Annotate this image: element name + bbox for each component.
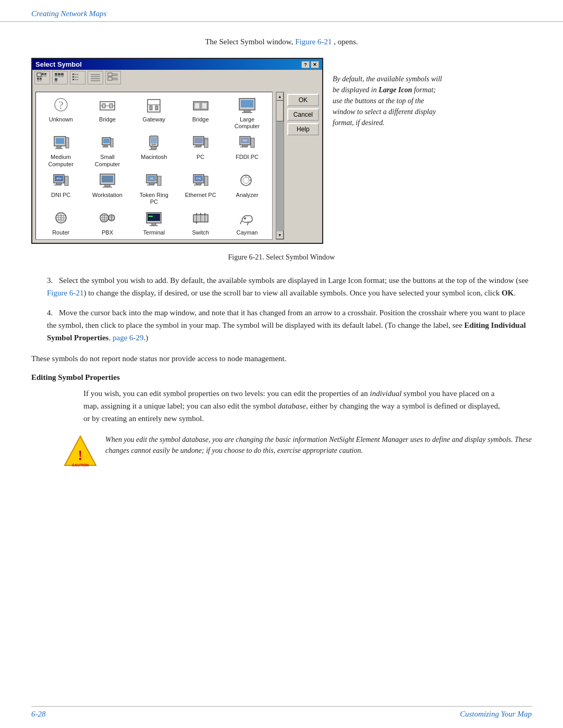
svg-rect-11 — [58, 73, 60, 76]
steps-list: 3. Select the symbol you wish to add. By… — [47, 274, 532, 344]
svg-rect-3 — [44, 73, 46, 75]
svg-rect-58 — [104, 145, 107, 146]
svg-rect-30 — [108, 77, 112, 80]
small-icon-btn[interactable]: ItemItemItem — [70, 71, 85, 84]
details-icon-btn[interactable] — [105, 71, 121, 84]
symbol-label-switch: Switch — [192, 229, 209, 236]
svg-rect-42 — [155, 106, 158, 110]
symbol-workstation[interactable]: Workstation — [84, 170, 130, 206]
symbol-large-computer[interactable]: LargeComputer — [224, 94, 270, 131]
scrollbar-thumb[interactable] — [276, 101, 284, 121]
close-titlebar-btn[interactable]: ✕ — [311, 61, 319, 68]
svg-rect-8 — [40, 80, 42, 81]
callout-text: By default, the available symbols will b… — [333, 75, 442, 127]
symbol-fddi-pc[interactable]: FDI FDDI PC — [224, 132, 270, 168]
symbol-label-bridge: Bridge — [99, 116, 116, 123]
pbx-icon — [97, 209, 118, 228]
symbol-dni-pc[interactable]: DNI DNI PC — [38, 170, 83, 206]
step-4: 4. Move the cursor back into the map win… — [47, 306, 532, 344]
svg-marker-132 — [195, 213, 198, 215]
scroll-down-btn[interactable]: ▼ — [276, 231, 284, 239]
symbol-switch[interactable]: Switch — [178, 207, 223, 237]
symbol-label-small-computer: SmallComputer — [95, 154, 120, 167]
intro-link[interactable]: Figure 6-21 — [295, 38, 332, 46]
step-3-text: Select the symbol you wish to add. By de… — [47, 276, 529, 297]
svg-marker-135 — [195, 222, 198, 224]
symbol-gateway[interactable]: Gateway — [131, 94, 177, 131]
symbol-grid: ? Unknown Bridge — [35, 92, 273, 240]
step-3: 3. Select the symbol you wish to add. By… — [47, 274, 532, 299]
svg-rect-98 — [194, 184, 201, 186]
select-symbol-dialog: Select Symbol ? ✕ ItemItemItem — [31, 58, 323, 244]
svg-rect-37 — [102, 104, 105, 108]
router-icon — [51, 209, 71, 228]
svg-rect-50 — [242, 112, 252, 113]
symbol-router[interactable]: Router — [38, 207, 83, 237]
svg-rect-41 — [150, 106, 152, 110]
symbol-medium-computer[interactable]: MediumComputer — [38, 132, 83, 168]
symbol-label-bridge2: Bridge — [192, 116, 209, 123]
svg-rect-68 — [196, 145, 201, 146]
scrollbar[interactable]: ▲ ▼ — [276, 92, 284, 240]
svg-rect-127 — [149, 216, 153, 217]
svg-rect-27 — [108, 73, 112, 76]
svg-rect-0 — [37, 73, 41, 77]
svg-marker-134 — [204, 213, 206, 215]
svg-rect-124 — [148, 214, 160, 221]
svg-rect-69 — [194, 146, 201, 147]
scrollbar-track[interactable] — [276, 101, 284, 231]
step-3-link[interactable]: Figure 6-21 — [47, 289, 83, 297]
symbol-macintosh[interactable]: Macintosh — [131, 132, 177, 168]
fddi-pc-icon: FDI — [237, 134, 258, 153]
help-button[interactable]: Help — [287, 123, 319, 135]
svg-rect-38 — [109, 104, 113, 108]
medium-icon-btn[interactable] — [52, 71, 68, 84]
step-4-link[interactable]: , page 6-29 — [108, 334, 143, 342]
svg-rect-97 — [196, 183, 201, 184]
svg-rect-81 — [56, 183, 62, 184]
symbol-terminal[interactable]: Terminal — [131, 207, 177, 237]
svg-rect-71 — [205, 139, 207, 140]
intro-text: The Select Symbol window, — [205, 38, 295, 46]
page-header: Creating Network Maps — [0, 0, 563, 22]
svg-rect-53 — [57, 146, 61, 148]
cancel-button[interactable]: Cancel — [287, 108, 319, 121]
svg-rect-17 — [72, 73, 74, 75]
ok-button[interactable]: OK — [287, 94, 319, 106]
section-heading: Editing Symbol Properties — [31, 373, 532, 382]
list-icon-btn[interactable] — [88, 71, 103, 84]
dialog-title: Select Symbol — [35, 60, 82, 68]
symbol-bridge2[interactable]: Bridge — [178, 94, 223, 131]
scroll-up-btn[interactable]: ▲ — [276, 92, 284, 101]
symbol-cayman[interactable]: Cayman — [224, 207, 270, 237]
svg-rect-76 — [240, 146, 248, 147]
symbol-label-gateway: Gateway — [143, 116, 165, 123]
symbol-ethernet-pc[interactable]: ETH Ethernet PC — [178, 170, 223, 206]
large-icon-btn[interactable] — [34, 71, 50, 84]
symbol-bridge[interactable]: Bridge — [84, 94, 130, 131]
svg-rect-86 — [105, 184, 110, 187]
analyzer-icon — [237, 172, 258, 191]
svg-rect-65 — [149, 149, 156, 150]
svg-rect-10 — [55, 76, 57, 77]
dialog-buttons: OK Cancel Help — [287, 92, 319, 240]
svg-rect-52 — [56, 138, 64, 144]
terminal-icon — [143, 209, 164, 228]
symbol-unknown[interactable]: ? Unknown — [38, 94, 83, 131]
symbol-small-computer[interactable]: SmallComputer — [84, 132, 130, 168]
symbol-token-ring[interactable]: TR Token RingPC — [131, 170, 177, 206]
svg-rect-125 — [152, 223, 156, 225]
svg-rect-59 — [102, 146, 108, 147]
symbol-label-terminal: Terminal — [143, 229, 165, 236]
svg-line-104 — [248, 177, 250, 178]
medium-computer-icon — [51, 134, 71, 153]
symbol-pc[interactable]: PC — [178, 132, 223, 168]
symbol-analyzer[interactable]: Analyzer — [224, 170, 270, 206]
svg-rect-57 — [103, 139, 109, 143]
symbol-label-workstation: Workstation — [92, 192, 123, 199]
help-titlebar-btn[interactable]: ? — [301, 61, 310, 68]
symbol-area: ? Unknown Bridge — [35, 92, 273, 240]
symbol-pbx[interactable]: PBX — [84, 207, 130, 237]
svg-rect-55 — [66, 138, 69, 148]
svg-text:CAUTION: CAUTION — [72, 463, 89, 467]
